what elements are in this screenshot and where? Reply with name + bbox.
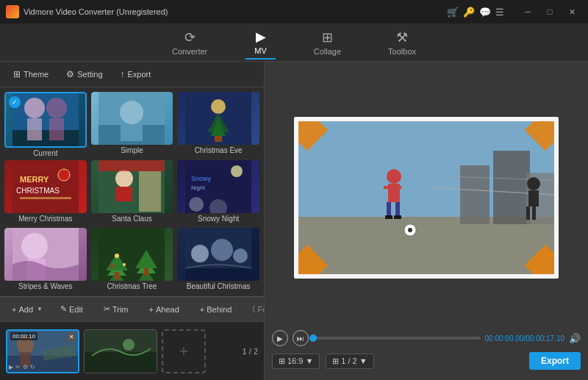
svg-rect-70 <box>394 215 401 219</box>
theme-christmas-eve-label: Christmas Eve <box>177 146 259 156</box>
theme-item-snowy-night[interactable]: Snowy Night Snowy Night <box>177 160 259 224</box>
timeline-clip-1[interactable]: 00:00:10 ✕ ▶ ✂ ⚙ ↻ <box>6 329 79 373</box>
theme-simple-label: Simple <box>91 146 173 156</box>
svg-rect-59 <box>298 217 554 274</box>
svg-rect-72 <box>395 186 401 189</box>
theme-item-simple[interactable]: Simple <box>91 92 173 156</box>
svg-rect-24 <box>139 171 161 212</box>
theme-stripes-waves-label: Stripes & Waves <box>4 282 87 292</box>
tab-collage[interactable]: ⊞ Collage <box>305 26 350 59</box>
tab-toolbox[interactable]: ⚒ Toolbox <box>379 26 425 59</box>
theme-santa-claus-label: Santa Claus <box>91 215 173 224</box>
aspect-ratio-icon: ⊞ <box>279 356 285 366</box>
svg-rect-1 <box>12 130 79 146</box>
clip-play-icon[interactable]: ▶ <box>9 364 13 370</box>
converter-label: Converter <box>172 47 207 56</box>
window-controls: ─ □ ✕ <box>517 4 582 19</box>
menu-icon[interactable]: ☰ <box>495 7 504 18</box>
theme-item-christmas-tree[interactable]: Christmas Tree <box>91 228 173 292</box>
timeline-add-icon: + <box>179 342 189 361</box>
main-content: ⊞ Theme ⚙ Setting ↑ Export <box>0 62 588 380</box>
mv-icon: ▶ <box>256 29 266 45</box>
converter-icon: ⟳ <box>184 29 196 46</box>
add-button[interactable]: + Add ▼ <box>6 303 46 316</box>
maximize-button[interactable]: □ <box>539 4 560 19</box>
edit-icon: ✎ <box>60 304 67 314</box>
theme-christmas-tree-label: Christmas Tree <box>91 282 173 292</box>
play-button[interactable]: ▶ <box>272 330 288 346</box>
trim-button[interactable]: ✂ Trim <box>98 302 135 316</box>
preview-area <box>272 69 581 326</box>
svg-point-28 <box>231 165 243 177</box>
svg-point-2 <box>24 98 45 118</box>
right-panel: ▶ ⏭ 00:00:00.00/00:00:17.10 🔊 ⊞ 16:9 ▼ ⊞… <box>265 62 588 380</box>
progress-dot <box>309 334 317 342</box>
tab-converter[interactable]: ⟳ Converter <box>163 26 216 59</box>
clip-time-1: 00:00:10 <box>10 332 37 340</box>
page-display-icon: ⊞ <box>332 356 339 366</box>
sub-tabs: ⊞ Theme ⚙ Setting ↑ Export <box>0 62 264 87</box>
export-button[interactable]: Export <box>529 352 581 370</box>
theme-item-merry-christmas[interactable]: MERRY CHRISTMAS Merry Christmas <box>4 160 87 224</box>
timeline-add-button[interactable]: + <box>162 329 206 373</box>
cart-icon[interactable]: 🛒 <box>447 7 459 18</box>
theme-item-santa-claus[interactable]: Santa Claus <box>91 160 173 224</box>
export-sub-label: Export <box>128 70 151 79</box>
svg-point-18 <box>58 169 70 181</box>
timeline-clip-2[interactable] <box>84 329 157 373</box>
theme-item-christmas-eve[interactable]: Christmas Eve <box>177 92 259 156</box>
theme-item-stripes-waves[interactable]: Stripes & Waves <box>4 228 87 292</box>
app-icon <box>6 5 19 18</box>
theme-grid: ✓ Current Happy Simple <box>0 87 264 296</box>
svg-rect-77 <box>526 207 530 220</box>
progress-bar[interactable] <box>313 337 481 340</box>
ahead-plus-icon: + <box>149 305 154 314</box>
aspect-ratio-select[interactable]: ⊞ 16:9 ▼ <box>272 354 320 369</box>
page-value: 1 / 2 <box>341 356 356 365</box>
timeline: 00:00:10 ✕ ▶ ✂ ⚙ ↻ <box>0 321 264 380</box>
time-display: 00:00:00.00/00:00:17.10 <box>485 334 564 343</box>
theme-item-current[interactable]: ✓ Current Happy <box>4 92 87 156</box>
svg-rect-76 <box>528 190 539 207</box>
behind-button[interactable]: + Behind <box>194 303 238 316</box>
clip-close-button-1[interactable]: ✕ <box>66 332 76 343</box>
svg-point-48 <box>191 245 209 262</box>
minimize-button[interactable]: ─ <box>517 4 538 19</box>
tab-mv[interactable]: ▶ MV <box>245 26 276 60</box>
theme-current-label: Current <box>4 149 87 156</box>
ahead-button[interactable]: + Ahead <box>143 303 185 316</box>
sub-tab-theme[interactable]: ⊞ Theme <box>6 66 56 82</box>
theme-item-beautiful-christmas[interactable]: Beautiful Christmas <box>177 228 259 292</box>
aspect-ratio-arrow-icon: ▼ <box>305 356 313 365</box>
svg-text:Snowy: Snowy <box>191 175 212 182</box>
sub-tab-export[interactable]: ↑ Export <box>113 66 159 82</box>
clip-rotate-icon[interactable]: ↻ <box>30 364 35 370</box>
clip-thumbnail-1: 00:00:10 ✕ ▶ ✂ ⚙ ↻ <box>6 329 79 373</box>
collage-icon: ⊞ <box>322 29 333 46</box>
svg-rect-68 <box>395 202 400 217</box>
active-check-icon: ✓ <box>9 96 21 108</box>
svg-rect-60 <box>460 165 490 224</box>
clip-effect-icon[interactable]: ⚙ <box>23 364 28 370</box>
svg-rect-42 <box>144 268 148 276</box>
svg-point-29 <box>189 197 204 212</box>
svg-point-57 <box>123 339 135 351</box>
svg-point-45 <box>123 263 126 266</box>
volume-icon[interactable]: 🔊 <box>569 333 581 344</box>
setting-label: Setting <box>77 70 102 79</box>
clip-trim-icon[interactable]: ✂ <box>15 364 21 370</box>
behind-plus-icon: + <box>200 305 204 314</box>
sub-tab-setting[interactable]: ⚙ Setting <box>59 66 110 82</box>
edit-button[interactable]: ✎ Edit <box>54 302 89 316</box>
page-select[interactable]: ⊞ 1 / 2 ▼ <box>326 354 373 369</box>
timeline-count: 1 / 2 <box>243 347 258 356</box>
close-button[interactable]: ✕ <box>562 4 582 19</box>
key-icon[interactable]: 🔑 <box>463 7 475 18</box>
collage-label: Collage <box>314 47 341 56</box>
aspect-ratio-value: 16:9 <box>287 356 303 365</box>
svg-rect-19 <box>20 197 71 199</box>
svg-point-43 <box>115 254 119 258</box>
chat-icon[interactable]: 💬 <box>479 7 491 18</box>
svg-point-65 <box>387 169 401 184</box>
step-button[interactable]: ⏭ <box>293 330 309 346</box>
